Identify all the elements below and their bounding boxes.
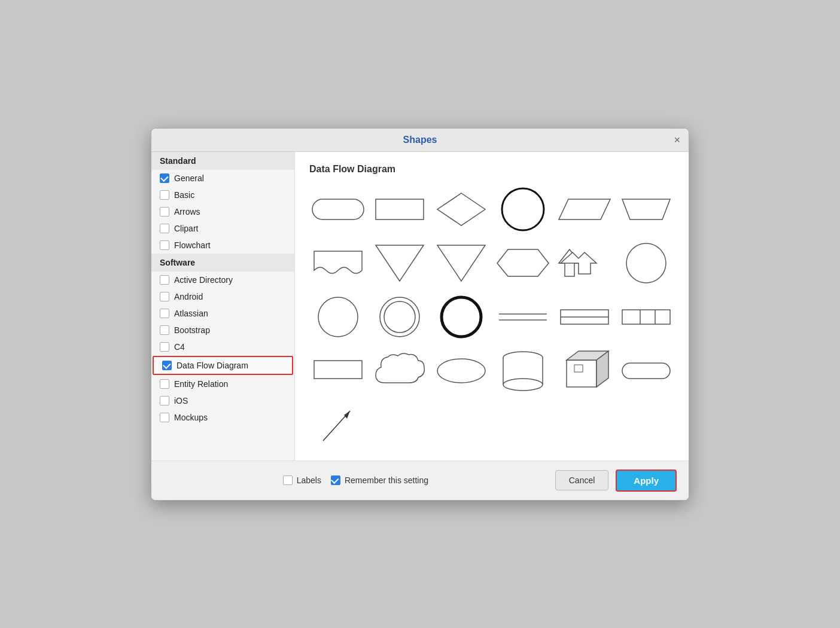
shape-parallelogram — [556, 185, 613, 233]
checkbox-c4[interactable] — [160, 342, 169, 352]
shape-pill — [309, 185, 366, 233]
shape-cylinder — [494, 347, 551, 395]
svg-marker-6 — [376, 245, 424, 281]
svg-point-30 — [503, 379, 543, 391]
shape-trapezoid — [617, 185, 674, 233]
checkbox-atlassian[interactable] — [160, 309, 169, 318]
shape-ellipse — [433, 347, 489, 395]
list-item-android[interactable]: Android — [151, 288, 294, 305]
svg-rect-23 — [314, 361, 362, 379]
shape-rect-bottom — [309, 347, 366, 395]
svg-point-14 — [384, 301, 415, 333]
panel-title: Data Flow Diagram — [309, 164, 674, 175]
list-item-ios[interactable]: iOS — [151, 392, 294, 409]
remember-option[interactable]: Remember this setting — [331, 475, 428, 485]
svg-marker-37 — [344, 411, 350, 419]
shape-wavy-rect — [309, 239, 366, 287]
shape-rect-3sections — [617, 293, 674, 341]
shape-empty-2 — [433, 401, 489, 449]
checkbox-data-flow[interactable] — [162, 361, 172, 370]
close-button[interactable]: × — [674, 135, 680, 145]
svg-rect-0 — [312, 199, 364, 220]
shape-empty-1 — [371, 401, 428, 449]
svg-point-12 — [318, 297, 358, 337]
list-item-mockups[interactable]: Mockups — [151, 409, 294, 426]
section-standard: Standard — [151, 152, 294, 170]
shape-circle-medium — [309, 293, 366, 341]
shape-double-line — [494, 293, 551, 341]
apply-button[interactable]: Apply — [616, 470, 677, 492]
svg-marker-5 — [622, 199, 670, 220]
section-software: Software — [151, 254, 294, 272]
shapes-dialog: Shapes × Standard General Basic Arrows C… — [151, 128, 689, 501]
svg-marker-8 — [497, 249, 549, 276]
label-active-directory: Active Directory — [174, 275, 233, 285]
svg-rect-20 — [622, 310, 670, 324]
shape-triangle-inverted — [433, 239, 489, 287]
right-panel: Data Flow Diagram — [295, 152, 689, 461]
shape-3d-box — [556, 347, 613, 395]
checkbox-arrows[interactable] — [160, 207, 169, 217]
svg-point-11 — [626, 243, 666, 283]
checkbox-mockups[interactable] — [160, 413, 169, 422]
labels-option[interactable]: Labels — [283, 475, 321, 485]
shape-empty-4 — [556, 401, 613, 449]
list-item-atlassian[interactable]: Atlassian — [151, 305, 294, 322]
svg-point-3 — [502, 188, 544, 230]
left-panel: Standard General Basic Arrows Clipart Fl… — [151, 152, 295, 461]
label-flowchart: Flowchart — [174, 240, 211, 250]
list-item-bootstrap[interactable]: Bootstrap — [151, 322, 294, 339]
shape-circle-thin — [617, 239, 674, 287]
remember-label: Remember this setting — [345, 475, 428, 485]
label-data-flow: Data Flow Diagram — [176, 361, 248, 370]
list-item-clipart[interactable]: Clipart — [151, 220, 294, 237]
dialog-title: Shapes — [403, 135, 437, 145]
list-item-basic[interactable]: Basic — [151, 187, 294, 203]
shape-rectangle — [371, 185, 428, 233]
shape-double-circle — [371, 293, 428, 341]
checkbox-ios[interactable] — [160, 396, 169, 406]
title-bar: Shapes × — [151, 129, 689, 152]
checkbox-bootstrap[interactable] — [160, 325, 169, 335]
shape-diamond — [433, 185, 489, 233]
checkbox-active-directory[interactable] — [160, 275, 169, 285]
shape-large-circle — [494, 185, 551, 233]
label-general: General — [174, 173, 204, 183]
label-android: Android — [174, 292, 203, 301]
shape-empty-3 — [494, 401, 551, 449]
checkbox-general[interactable] — [160, 173, 169, 183]
list-item-general[interactable]: General — [151, 170, 294, 187]
shape-rounded-small — [617, 347, 674, 395]
list-item-arrows[interactable]: Arrows — [151, 203, 294, 220]
checkbox-android[interactable] — [160, 292, 169, 301]
shape-empty-5 — [617, 401, 674, 449]
checkbox-clipart[interactable] — [160, 224, 169, 233]
list-item-data-flow[interactable]: Data Flow Diagram — [153, 356, 293, 375]
label-ios: iOS — [174, 396, 188, 406]
list-item-flowchart[interactable]: Flowchart — [151, 237, 294, 254]
label-bootstrap: Bootstrap — [174, 325, 210, 335]
list-item-active-directory[interactable]: Active Directory — [151, 272, 294, 288]
shape-double-arrow — [556, 239, 613, 287]
checkbox-labels[interactable] — [283, 475, 293, 485]
checkbox-remember[interactable] — [331, 475, 340, 485]
checkbox-flowchart[interactable] — [160, 240, 169, 250]
checkbox-entity-relation[interactable] — [160, 379, 169, 389]
shape-hexagon — [494, 239, 551, 287]
shapes-grid — [309, 185, 674, 449]
cancel-button[interactable]: Cancel — [555, 470, 609, 490]
svg-marker-4 — [559, 199, 610, 220]
svg-marker-2 — [437, 193, 485, 225]
shape-rect-divider — [556, 293, 613, 341]
dialog-body: Standard General Basic Arrows Clipart Fl… — [151, 152, 689, 461]
labels-label: Labels — [297, 475, 321, 485]
list-item-entity-relation[interactable]: Entity Relation — [151, 376, 294, 392]
list-item-c4[interactable]: C4 — [151, 339, 294, 355]
label-entity-relation: Entity Relation — [174, 379, 228, 389]
label-atlassian: Atlassian — [174, 309, 208, 318]
dialog-footer: Labels Remember this setting Cancel Appl… — [151, 461, 689, 500]
checkbox-basic[interactable] — [160, 190, 169, 200]
label-arrows: Arrows — [174, 207, 200, 217]
shape-triangle-down — [371, 239, 428, 287]
label-c4: C4 — [174, 342, 185, 352]
